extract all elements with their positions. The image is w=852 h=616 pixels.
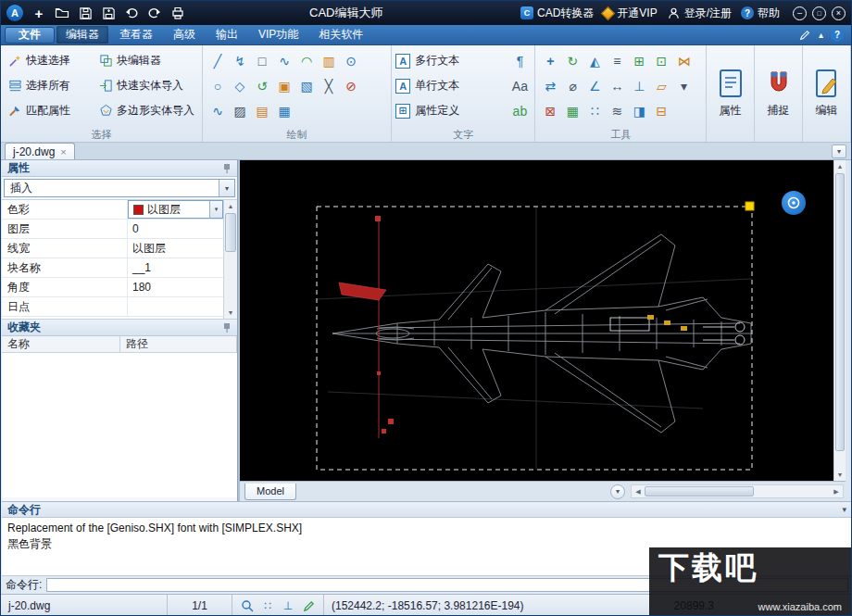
scrollbar-thumb[interactable] bbox=[835, 173, 845, 451]
construction-line-icon[interactable]: ╳ bbox=[318, 73, 340, 98]
grid-toggle-icon[interactable]: ∷ bbox=[260, 598, 275, 613]
explode-icon[interactable]: ⊟ bbox=[650, 98, 672, 123]
print-icon[interactable] bbox=[170, 6, 185, 20]
scrollbar-thumb[interactable] bbox=[225, 213, 236, 252]
lineweight-value[interactable]: 以图层 bbox=[128, 239, 223, 258]
scroll-left-icon[interactable]: ◀ bbox=[632, 485, 645, 497]
paragraph-icon[interactable]: ¶ bbox=[508, 48, 531, 73]
angle-value[interactable]: 180 bbox=[128, 278, 223, 296]
tab-editor[interactable]: 编辑器 bbox=[56, 26, 108, 44]
polygon-entity-import-button[interactable]: 多边形实体导入 bbox=[95, 98, 198, 123]
color-value-combobox[interactable]: 以图层 ▾ bbox=[128, 200, 223, 219]
ellipse-icon[interactable]: ◇ bbox=[229, 73, 251, 98]
document-tab[interactable]: j-20.dwg × bbox=[5, 143, 75, 159]
ortho-toggle-icon[interactable]: ⊥ bbox=[281, 598, 295, 613]
linear-dimension-icon[interactable]: ↔ bbox=[606, 73, 628, 98]
drawing-canvas[interactable] bbox=[240, 160, 833, 481]
canvas-horizontal-scrollbar[interactable]: ◀ ▶ bbox=[631, 484, 844, 498]
array-icon[interactable]: ⊞ bbox=[628, 48, 650, 73]
insert-block-icon[interactable]: ⊡ bbox=[650, 48, 672, 73]
zoom-icon[interactable] bbox=[240, 598, 255, 613]
tab-viewer[interactable]: 查看器 bbox=[110, 26, 162, 44]
select-all-button[interactable]: 选择所有 bbox=[5, 73, 94, 98]
layout-dropdown-icon[interactable]: ▾ bbox=[610, 484, 625, 499]
match-properties-button[interactable]: 匹配属性 bbox=[5, 98, 94, 123]
move-icon[interactable]: + bbox=[539, 48, 561, 73]
close-button[interactable]: × bbox=[832, 6, 846, 20]
more-tools-icon[interactable]: ▾ bbox=[672, 73, 695, 98]
scroll-up-icon[interactable]: ▲ bbox=[224, 200, 237, 212]
scrollbar-thumb[interactable] bbox=[645, 486, 754, 497]
view-control-button[interactable] bbox=[782, 191, 806, 215]
align-icon[interactable]: ▱ bbox=[650, 73, 672, 98]
favorites-list[interactable] bbox=[2, 353, 237, 497]
open-vip-button[interactable]: 开通VIP bbox=[603, 6, 657, 21]
command-panel-collapse-icon[interactable]: ▾ bbox=[842, 505, 846, 514]
pencil-dropdown-icon[interactable] bbox=[798, 29, 811, 42]
login-register-button[interactable]: 登录/注册 bbox=[667, 6, 732, 21]
scale-icon[interactable]: ⇄ bbox=[539, 73, 561, 98]
offset-icon[interactable]: ≡ bbox=[606, 48, 628, 73]
tab-output[interactable]: 输出 bbox=[207, 26, 247, 44]
wipeout-icon[interactable]: ⊘ bbox=[340, 73, 362, 98]
help-button[interactable]: ? 帮助 bbox=[741, 6, 780, 21]
minimize-button[interactable]: – bbox=[793, 6, 807, 20]
redo-icon[interactable] bbox=[147, 6, 162, 20]
rectangle-icon[interactable]: □ bbox=[251, 48, 273, 73]
tabbar-dropdown-icon[interactable]: ▾ bbox=[832, 145, 846, 158]
scroll-down-icon[interactable]: ▼ bbox=[224, 307, 237, 319]
point-style-icon[interactable]: ∷ bbox=[583, 98, 606, 123]
scroll-right-icon[interactable]: ▶ bbox=[830, 485, 843, 497]
spline-icon[interactable]: ∿ bbox=[273, 48, 295, 73]
properties-panel-button[interactable]: 属性 bbox=[707, 45, 755, 142]
gradient-icon[interactable]: ▤ bbox=[251, 98, 273, 123]
quick-select-button[interactable]: 快速选择 bbox=[5, 48, 94, 73]
freehand-icon[interactable]: ∿ bbox=[207, 98, 229, 123]
attribute-definition-button[interactable]: ⊞ 属性定义 bbox=[395, 98, 507, 123]
angular-dimension-icon[interactable]: ∠ bbox=[583, 73, 606, 98]
open-file-icon[interactable] bbox=[55, 6, 69, 20]
collapse-ribbon-icon[interactable]: ▴ bbox=[819, 30, 823, 40]
ribbon-help-icon[interactable]: ? bbox=[831, 29, 844, 42]
undo-icon[interactable] bbox=[124, 6, 139, 20]
file-menu-button[interactable]: 文件 bbox=[5, 27, 55, 44]
scroll-down-icon[interactable]: ▼ bbox=[834, 469, 846, 481]
grip-handle[interactable] bbox=[746, 202, 754, 210]
maximize-button[interactable]: □ bbox=[812, 6, 826, 20]
color-dropdown-icon[interactable]: ▾ bbox=[209, 201, 222, 218]
perpendicular-icon[interactable]: ⊥ bbox=[628, 73, 650, 98]
layer-value[interactable]: 0 bbox=[128, 220, 223, 238]
table-icon[interactable]: ▦ bbox=[273, 98, 295, 123]
mtext-button[interactable]: A 多行文本 bbox=[395, 48, 507, 73]
rotate-icon[interactable]: ↻ bbox=[561, 48, 583, 73]
revision-cloud-icon[interactable]: ↺ bbox=[251, 73, 273, 98]
pin-icon[interactable] bbox=[222, 163, 232, 174]
save-as-icon[interactable] bbox=[101, 6, 116, 20]
point-value[interactable] bbox=[128, 297, 223, 316]
tab-related-software[interactable]: 相关软件 bbox=[309, 26, 372, 44]
grid-icon[interactable]: ▦ bbox=[561, 98, 583, 123]
circle-icon[interactable]: ○ bbox=[207, 73, 229, 98]
snap-panel-button[interactable]: 捕捉 bbox=[755, 45, 803, 142]
multiline-icon[interactable]: ≋ bbox=[606, 98, 628, 123]
join-icon[interactable]: ⋈ bbox=[672, 48, 695, 73]
text-style-icon[interactable]: Aa bbox=[508, 73, 531, 98]
new-file-icon[interactable]: + bbox=[31, 6, 46, 20]
property-grid-scrollbar[interactable]: ▲ ▼ bbox=[223, 200, 237, 319]
column-name[interactable]: 名称 bbox=[2, 336, 120, 352]
mirror-icon[interactable]: ◭ bbox=[583, 48, 606, 73]
diameter-dimension-icon[interactable]: ⌀ bbox=[561, 73, 583, 98]
canvas-vertical-scrollbar[interactable]: ▲ ▼ bbox=[833, 160, 846, 481]
tab-vip-features[interactable]: VIP功能 bbox=[249, 26, 307, 44]
pin-icon[interactable] bbox=[222, 322, 232, 333]
hatch-pattern-icon[interactable]: ▨ bbox=[229, 98, 251, 123]
line-icon[interactable]: ╱ bbox=[207, 48, 229, 73]
save-icon[interactable] bbox=[78, 6, 93, 20]
cad-converter-button[interactable]: C CAD转换器 bbox=[520, 6, 594, 21]
text-edit-icon[interactable]: ab bbox=[508, 98, 531, 123]
arc-icon[interactable]: ◠ bbox=[295, 48, 318, 73]
tab-close-icon[interactable]: × bbox=[60, 146, 66, 157]
single-line-text-button[interactable]: A 单行文本 bbox=[395, 73, 507, 98]
block-name-value[interactable]: __1 bbox=[128, 258, 223, 277]
clip-icon[interactable]: ◨ bbox=[628, 98, 650, 123]
